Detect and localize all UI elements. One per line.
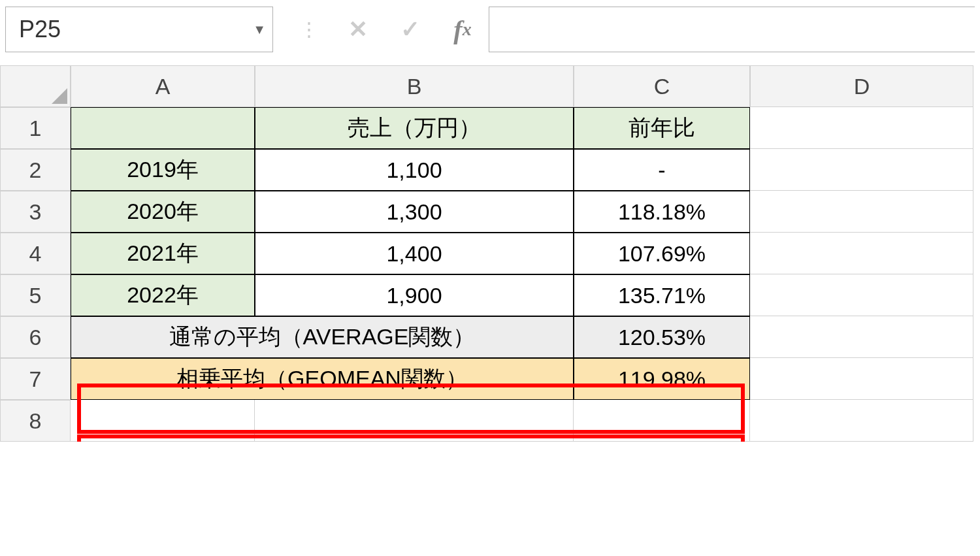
cell-C7[interactable]: 119.98% <box>574 358 750 400</box>
cell-A3[interactable]: 2020年 <box>71 191 255 233</box>
cell-C3[interactable]: 118.18% <box>574 191 750 233</box>
cell-C4[interactable]: 107.69% <box>574 233 750 274</box>
cell-D4[interactable] <box>750 233 973 274</box>
cell-D2[interactable] <box>750 149 973 191</box>
row-header-8[interactable]: 8 <box>0 400 71 442</box>
cell-C6[interactable]: 120.53% <box>574 316 750 358</box>
cell-A6B6-merged[interactable]: 通常の平均（AVERAGE関数） <box>71 316 574 358</box>
col-header-D[interactable]: D <box>750 65 973 107</box>
cell-C2[interactable]: - <box>574 149 750 191</box>
cell-C8[interactable] <box>574 400 750 442</box>
cell-D7[interactable] <box>750 358 973 400</box>
cell-A5[interactable]: 2022年 <box>71 274 255 316</box>
row-header-1[interactable]: 1 <box>0 107 71 149</box>
col-header-B[interactable]: B <box>255 65 574 107</box>
col-header-A[interactable]: A <box>71 65 255 107</box>
row-header-7[interactable]: 7 <box>0 358 71 400</box>
formula-bar: P25 ▼ ⋮ ✕ ✓ fx <box>0 0 980 65</box>
name-box-value: P25 <box>19 16 61 43</box>
cell-A1[interactable] <box>71 107 255 149</box>
cell-B3[interactable]: 1,300 <box>255 191 574 233</box>
dropdown-icon[interactable]: ▼ <box>253 22 266 37</box>
row-header-6[interactable]: 6 <box>0 316 71 358</box>
cell-A2[interactable]: 2019年 <box>71 149 255 191</box>
cell-D5[interactable] <box>750 274 973 316</box>
row-header-2[interactable]: 2 <box>0 149 71 191</box>
enter-icon[interactable]: ✓ <box>397 16 423 42</box>
formula-bar-buttons: ⋮ ✕ ✓ fx <box>299 16 476 42</box>
cell-B4[interactable]: 1,400 <box>255 233 574 274</box>
col-header-C[interactable]: C <box>574 65 750 107</box>
separator-icon: ⋮ <box>299 22 319 37</box>
cell-D1[interactable] <box>750 107 973 149</box>
fx-icon[interactable]: fx <box>449 16 476 42</box>
cell-D8[interactable] <box>750 400 973 442</box>
cancel-icon[interactable]: ✕ <box>345 16 371 42</box>
cell-A4[interactable]: 2021年 <box>71 233 255 274</box>
row-header-3[interactable]: 3 <box>0 191 71 233</box>
cell-B5[interactable]: 1,900 <box>255 274 574 316</box>
cell-D6[interactable] <box>750 316 973 358</box>
cell-C5[interactable]: 135.71% <box>574 274 750 316</box>
name-box[interactable]: P25 ▼ <box>5 7 273 52</box>
spreadsheet-grid[interactable]: A B C D 1 売上（万円） 前年比 2 2019年 1,100 - 3 2… <box>0 65 980 442</box>
cell-A8[interactable] <box>71 400 255 442</box>
cell-C1[interactable]: 前年比 <box>574 107 750 149</box>
select-all-corner[interactable] <box>0 65 71 107</box>
formula-input[interactable] <box>489 7 975 52</box>
cell-B1[interactable]: 売上（万円） <box>255 107 574 149</box>
cell-B2[interactable]: 1,100 <box>255 149 574 191</box>
spreadsheet-area: A B C D 1 売上（万円） 前年比 2 2019年 1,100 - 3 2… <box>0 65 980 442</box>
cell-A7B7-merged[interactable]: 相乗平均（GEOMEAN関数） <box>71 358 574 400</box>
cell-B8[interactable] <box>255 400 574 442</box>
cell-D3[interactable] <box>750 191 973 233</box>
row-header-4[interactable]: 4 <box>0 233 71 274</box>
row-header-5[interactable]: 5 <box>0 274 71 316</box>
